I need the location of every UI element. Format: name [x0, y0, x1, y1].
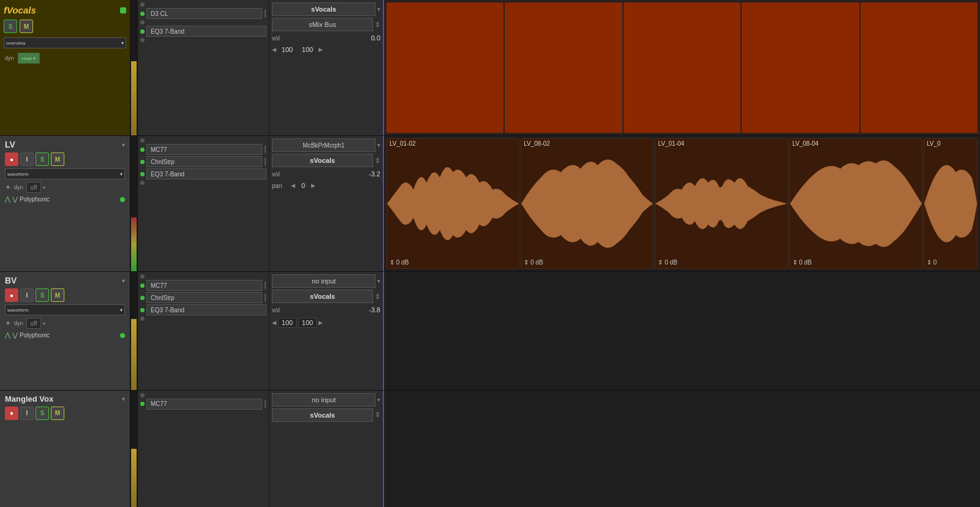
bv-pan-left-arrow[interactable]: ◀ [272, 320, 276, 326]
bv-off-btn[interactable]: off [26, 318, 42, 329]
fvocals-pan-row: ◀ 100 100 ▶ [272, 45, 380, 54]
lv-solo-button[interactable]: S [36, 152, 49, 166]
mangled-input-btn[interactable]: no input [272, 393, 375, 407]
fvocals-plugin2-btn[interactable]: EQ3 7-Band [146, 26, 266, 37]
lv-view-dropdown[interactable]: waveform ▾ [5, 168, 125, 179]
lv-dropdown-arrow[interactable]: ▾ [122, 141, 125, 148]
fvocals-clip-3[interactable] [624, 2, 741, 133]
fvocals-dyn-label: dyn [4, 55, 15, 61]
lv-pan-right-arrow[interactable]: ▶ [311, 182, 315, 189]
lv-off-btn[interactable]: off [26, 182, 42, 193]
bv-input-row: no input ▾ [272, 274, 380, 288]
fvocals-dot2 [140, 12, 145, 16]
lv-clip-1-db: ⇕ 0 dB [390, 259, 409, 266]
lv-input-btn[interactable]: McBkPrMcrph1 [272, 138, 375, 152]
lv-pan-value: 0 [297, 182, 309, 189]
bv-controls-row: ● I S M [2, 288, 127, 302]
bv-pan-row: ◀ 100 100 ▶ [272, 317, 380, 329]
lv-bus-btn[interactable]: sVocals [272, 154, 373, 167]
fvocals-solo-button[interactable]: S [4, 20, 17, 33]
right-panel: LV_01-02 ⇕ 0 dB LV_08-02 ⇕ 0 dB LV [383, 0, 980, 507]
fvocals-mute-button[interactable]: M [20, 20, 33, 33]
mangled-input-row: no input ▾ [272, 393, 380, 407]
bv-vol-row: vol -3.8 [272, 305, 380, 315]
lv-clip-4[interactable]: LV_08-04 ⇕ 0 dB [790, 138, 922, 269]
bv-vol-label: vol [272, 307, 289, 314]
fvocals-dot3 [140, 20, 145, 24]
lv-off-dropdown[interactable]: ▾ [43, 185, 45, 190]
fvocals-view-dropdown[interactable]: overview ▾ [4, 37, 126, 48]
bv-polyphonic-label: Polyphonic [20, 332, 50, 339]
fvocals-smix-btn[interactable]: sMix Bus [272, 18, 373, 31]
lv-clip-3-label: LV_01-04 [658, 140, 684, 147]
lv-polyphonic-row: ⋀ ⋁ Polyphonic [2, 195, 127, 204]
mangled-plugin1-btn[interactable]: MC77 [146, 399, 262, 410]
bv-plugin2-dot [140, 296, 145, 300]
fvocals-plugin-dot1 [140, 2, 266, 7]
fvocals-clip-4[interactable] [742, 2, 859, 133]
lv-plugin2-btn[interactable]: ChnlStrp [146, 156, 262, 167]
bv-pan-right-arrow[interactable]: ▶ [318, 320, 323, 326]
mangled-title: Mangled Vox [5, 394, 53, 404]
lv-input-row: McBkPrMcrph1 ▾ [272, 138, 380, 152]
lv-plugin1-btn[interactable]: MC77 [146, 144, 262, 155]
mangled-io: no input ▾ sVocals ⇕ [270, 391, 383, 507]
fvocals-smix-icon: ⇕ [375, 21, 380, 29]
lv-pan-left-arrow[interactable]: ◀ [291, 182, 295, 189]
mangled-dropdown-arrow[interactable]: ▾ [122, 396, 125, 402]
lv-input-button[interactable]: I [20, 152, 34, 166]
mangled-bus-btn[interactable]: sVocals [272, 408, 373, 422]
fvocals-read-btn[interactable]: read ▾ [18, 53, 40, 64]
bv-left-section: BV ▾ ● I S M waveform ▾ [0, 272, 383, 389]
bv-mute-button[interactable]: M [51, 288, 64, 302]
fvocals-plugins: D3 CL EQ3 7-Band [138, 0, 270, 135]
fvocals-dot1 [140, 2, 145, 7]
lv-controls-row: ● I S M [2, 152, 127, 167]
bv-off-dropdown[interactable]: ▾ [43, 321, 45, 326]
lv-clip-2[interactable]: LV_08-02 ⇕ 0 dB [521, 138, 654, 269]
fvocals-plugin1-row: D3 CL [140, 8, 266, 19]
bv-plugin1-btn[interactable]: MC77 [146, 280, 262, 291]
bv-rec-button[interactable]: ● [5, 288, 18, 302]
fvocals-bus-btn[interactable]: sVocals [272, 2, 375, 16]
bv-plugin3-btn[interactable]: EQ3 7-Band [146, 304, 266, 315]
fvocals-clip-5[interactable] [861, 2, 978, 133]
mangled-mute-button[interactable]: M [51, 407, 64, 420]
lv-clip-5[interactable]: LV_0 ⇕ 0 [924, 138, 978, 269]
lv-clip-3-waveform [655, 151, 787, 256]
fvocals-pan-val1: 100 [278, 46, 296, 53]
bv-bus-btn[interactable]: sVocals [272, 290, 373, 303]
lv-plugin3-row: EQ3 7-Band [140, 168, 266, 179]
bv-dropdown-arrow[interactable]: ▾ [122, 277, 125, 284]
fvocals-plugin-dot3 [140, 20, 266, 24]
bv-input-button[interactable]: I [20, 288, 34, 302]
mangled-dot1 [140, 393, 145, 397]
fvocals-pan-left-arrow[interactable]: ◀ [272, 47, 276, 53]
lv-mute-button[interactable]: M [51, 152, 64, 166]
lv-plugin3-btn[interactable]: EQ3 7-Band [146, 168, 266, 179]
fvocals-clip-2[interactable] [505, 2, 622, 133]
lv-clip-1[interactable]: LV_01-02 ⇕ 0 dB [386, 138, 519, 269]
lv-pitch-icon1: ⋀ [5, 195, 10, 203]
fvocals-clip-1[interactable] [386, 2, 503, 133]
lv-rec-button[interactable]: ● [5, 152, 18, 166]
bv-plugin2-btn[interactable]: ChnlStrp [146, 292, 262, 303]
mangled-solo-button[interactable]: S [36, 407, 49, 420]
mangled-bus-icon: ⇕ [375, 411, 380, 419]
fvocals-pan-right-arrow[interactable]: ▶ [318, 47, 323, 53]
mangled-meter [130, 391, 138, 507]
bv-plugins: MC77 ChnlStrp EQ3 7-Band [138, 272, 270, 389]
mangled-bus-row: sVocals ⇕ [272, 408, 380, 422]
mangled-plugin-dot1-row [140, 393, 266, 397]
bv-solo-button[interactable]: S [36, 288, 49, 302]
lv-clip-4-waveform [790, 151, 922, 256]
bv-input-btn[interactable]: no input [272, 274, 375, 288]
bv-view-dropdown[interactable]: waveform ▾ [5, 304, 125, 315]
mangled-rec-button[interactable]: ● [5, 407, 18, 420]
fvocals-plugin1-btn[interactable]: D3 CL [146, 8, 262, 19]
lv-clips-area: LV_01-02 ⇕ 0 dB LV_08-02 ⇕ 0 dB LV [383, 136, 980, 271]
lv-clip-3[interactable]: LV_01-04 ⇕ 0 dB [655, 138, 788, 269]
lv-pan-label: pan [272, 182, 289, 189]
mangled-input-button[interactable]: I [20, 407, 34, 420]
lv-clip-5-label: LV_0 [927, 140, 941, 147]
